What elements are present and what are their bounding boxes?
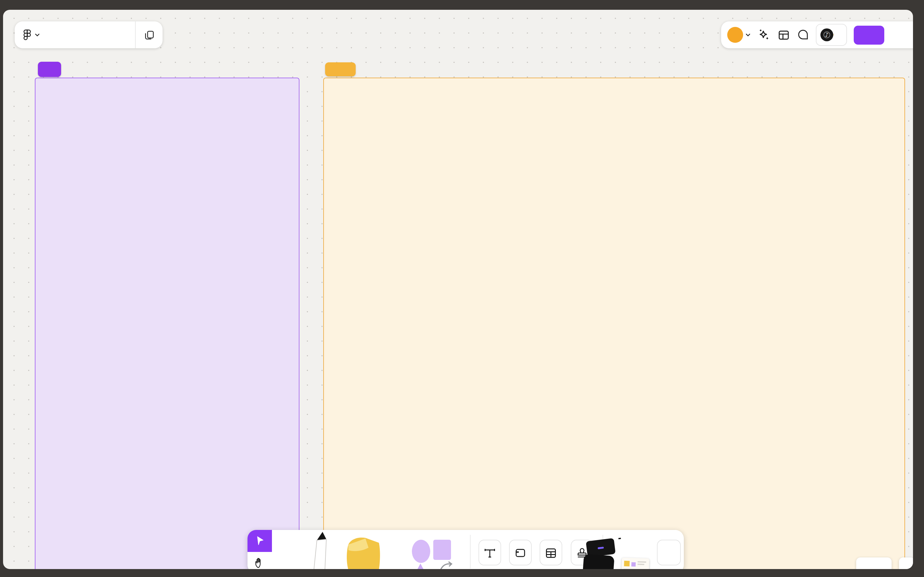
- template-thumbnail[interactable]: [621, 558, 649, 569]
- figjam-window: ♪: [3, 10, 913, 569]
- timer-30-widget[interactable]: [582, 554, 615, 569]
- top-right-toolbar: ♪: [721, 21, 913, 48]
- desktop-background: ♪: [0, 0, 924, 577]
- select-tool-button[interactable]: [248, 530, 272, 552]
- music-timer-widget[interactable]: ♪: [816, 24, 847, 46]
- ai-sparkle-icon[interactable]: [757, 28, 771, 42]
- record-star-sticker: ♪: [819, 27, 838, 43]
- chevron-down-icon[interactable]: [745, 33, 750, 37]
- marker-pen-tool[interactable]: [306, 530, 334, 569]
- user-avatar[interactable]: [727, 27, 743, 43]
- tool-dock: [248, 530, 684, 569]
- file-menu[interactable]: [14, 21, 135, 48]
- text-tool-button[interactable]: [478, 540, 501, 566]
- comment-bubble-icon[interactable]: [797, 29, 809, 41]
- file-header-pill: [14, 21, 163, 48]
- section-badge-voting[interactable]: [325, 62, 356, 76]
- triangle-shape-tool[interactable]: [412, 564, 429, 569]
- notes-layer: [3, 10, 913, 569]
- duplicate-page-button[interactable]: [136, 21, 163, 48]
- square-shape-tool[interactable]: [433, 540, 451, 560]
- templates-layout-icon[interactable]: [778, 28, 790, 41]
- hand-tool-button[interactable]: [248, 552, 272, 569]
- section-tool-button[interactable]: [509, 540, 532, 566]
- sticky-note-stack-tool[interactable]: [344, 533, 385, 569]
- share-button[interactable]: [854, 25, 884, 44]
- table-tool-button[interactable]: [539, 540, 562, 566]
- chevron-down-icon[interactable]: [35, 33, 40, 37]
- add-widget-button[interactable]: [657, 540, 681, 566]
- help-button[interactable]: [899, 558, 913, 569]
- section-badge-ideas[interactable]: [38, 62, 61, 77]
- ellipse-shape-tool[interactable]: [411, 539, 431, 566]
- zoom-controls: [856, 558, 892, 569]
- svg-text:♪: ♪: [825, 31, 829, 38]
- board-canvas[interactable]: [3, 10, 913, 569]
- figma-logo-icon[interactable]: [23, 29, 31, 41]
- connector-arrow-tool[interactable]: [438, 561, 454, 569]
- score-100-widget[interactable]: [618, 538, 621, 539]
